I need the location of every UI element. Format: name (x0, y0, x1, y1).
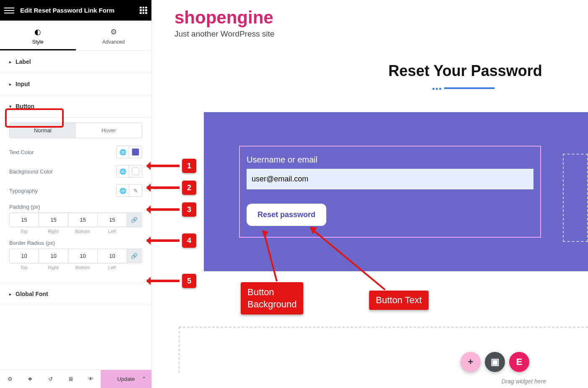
annotation-arrow-1: 1 (147, 159, 196, 173)
editor-title: Edit Reset Password Link Form (20, 7, 140, 14)
radius-label: Border Radius (px) (9, 240, 142, 246)
link-icon[interactable]: 🔗 (127, 213, 141, 227)
control-label: Background Color (9, 168, 53, 175)
menu-icon[interactable] (4, 5, 14, 16)
editor-sidebar: Edit Reset Password Link Form ◐ Style ⚙ … (0, 0, 152, 388)
tab-style[interactable]: ◐ Style (0, 21, 76, 50)
globe-icon[interactable]: 🌐 (117, 146, 129, 158)
typography-row: Typography 🌐 ✎ (9, 184, 142, 197)
tab-advanced[interactable]: ⚙ Advanced (76, 21, 152, 50)
annotation-arrow-4: 4 (147, 233, 196, 248)
caret-right-icon: ▸ (9, 292, 11, 296)
heading-underline (432, 85, 588, 91)
annotation-arrow-5: 5 (147, 274, 196, 288)
control-label: Typography (9, 188, 38, 194)
form-label: Username or email (247, 155, 533, 165)
padding-top[interactable] (10, 213, 39, 227)
padding-right[interactable] (39, 213, 68, 227)
fab-row: + ▣ E (461, 352, 529, 372)
history-icon[interactable]: ↺ (40, 370, 60, 388)
page-heading: Reset Your Password (388, 62, 588, 80)
state-hover[interactable]: Hover (76, 123, 142, 138)
sidebar-header: Edit Reset Password Link Form (0, 0, 151, 21)
tab-label: Advanced (102, 39, 125, 45)
gear-icon: ⚙ (76, 27, 152, 37)
ek-templates-button[interactable]: E (509, 352, 529, 372)
responsive-icon[interactable]: 🖥 (60, 370, 81, 388)
editor-tabs: ◐ Style ⚙ Advanced (0, 21, 151, 51)
annotation-arrow-3: 3 (147, 202, 196, 217)
radius-bottom[interactable] (68, 249, 98, 263)
callout-button-text: Button Text (369, 291, 429, 310)
apps-icon[interactable] (140, 7, 147, 14)
caret-right-icon: ▸ (9, 82, 11, 87)
tab-label: Style (32, 39, 44, 45)
typography-edit[interactable]: ✎ (129, 185, 142, 197)
text-color-row: Text Color 🌐 (9, 146, 142, 158)
folder-icon[interactable]: ▣ (485, 352, 505, 372)
section-global-font[interactable]: ▸Global Font (0, 283, 151, 305)
padding-left[interactable] (98, 213, 127, 227)
email-field[interactable] (247, 169, 533, 189)
reset-password-button[interactable]: Reset password (247, 204, 326, 226)
padding-inputs: 🔗 (9, 212, 142, 227)
state-normal[interactable]: Normal (10, 123, 76, 138)
panel-body: ▸Label ▸Input ▾Button Normal Hover Text … (0, 51, 151, 370)
form-widget[interactable]: Username or email Reset password (239, 146, 541, 238)
annotation-arrow-2: 2 (147, 181, 196, 195)
preview-icon[interactable]: 👁 (81, 370, 101, 388)
padding-bottom[interactable] (68, 213, 98, 227)
caret-right-icon: ▸ (9, 60, 11, 64)
radius-top[interactable] (10, 249, 39, 263)
chevron-up-icon: ⌃ (142, 376, 146, 382)
globe-icon[interactable]: 🌐 (117, 185, 129, 197)
radius-sublabels: Top Right Bottom Left (9, 265, 142, 270)
navigator-icon[interactable]: ❖ (20, 370, 40, 388)
padding-label: Padding (px) (9, 204, 142, 210)
text-color-swatch[interactable] (129, 146, 142, 158)
half-circle-icon: ◐ (0, 27, 76, 37)
settings-icon[interactable]: ⚙ (0, 370, 20, 388)
globe-icon[interactable]: 🌐 (117, 165, 129, 177)
section-input[interactable]: ▸Input (0, 73, 151, 95)
state-tabs: Normal Hover (9, 123, 142, 138)
bg-color-swatch[interactable] (129, 165, 142, 177)
bg-color-row: Background Color 🌐 (9, 165, 142, 178)
callout-button-bg: Button Background (241, 282, 303, 315)
section-label[interactable]: ▸Label (0, 51, 151, 73)
add-section-button[interactable]: + (461, 352, 481, 372)
radius-inputs: 🔗 (9, 249, 142, 263)
radius-right[interactable] (39, 249, 68, 263)
radius-left[interactable] (98, 249, 127, 263)
button-controls: Normal Hover Text Color 🌐 Background Col… (0, 118, 151, 305)
form-section: Username or email Reset password (204, 112, 588, 271)
sidebar-footer: ⚙ ❖ ↺ 🖥 👁 Update ⌃ (0, 370, 151, 388)
section-button[interactable]: ▾Button (0, 95, 151, 118)
control-label: Text Color (9, 149, 34, 155)
padding-sublabels: Top Right Bottom Left (9, 229, 142, 234)
link-icon[interactable]: 🔗 (127, 249, 141, 263)
caret-down-icon: ▾ (9, 104, 11, 109)
drop-placeholder[interactable] (563, 154, 588, 242)
update-button[interactable]: Update ⌃ (101, 370, 151, 388)
site-title[interactable]: shopengine (174, 8, 588, 28)
site-tagline: Just another WordPress site (174, 29, 588, 39)
drag-hint: Drag widget here (501, 378, 546, 385)
